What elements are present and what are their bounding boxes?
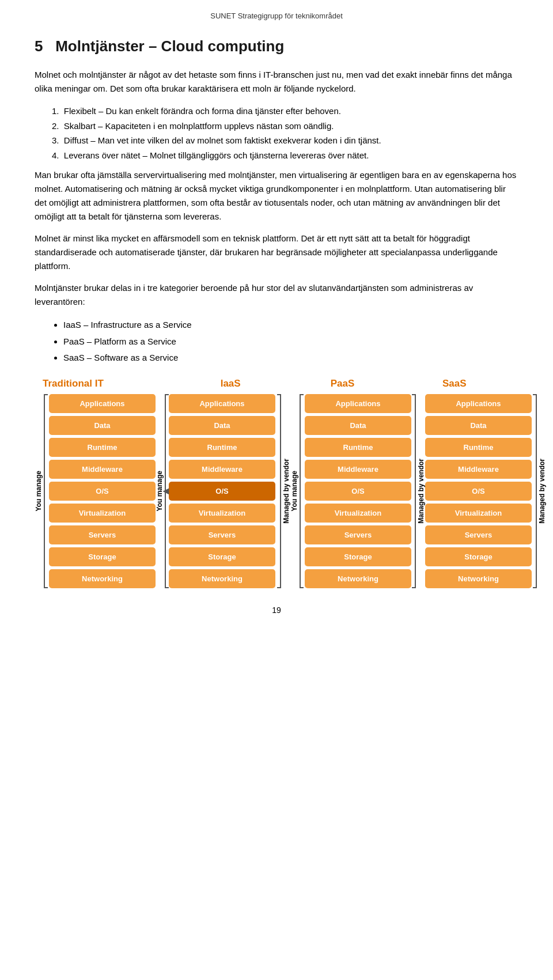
- saas-item-applications: Applications: [425, 394, 532, 413]
- bullet-list: IaaS – Infrastructure as a Service PaaS …: [63, 317, 518, 366]
- traditional-item-networking: Networking: [49, 569, 156, 588]
- saas-item-networking: Networking: [425, 569, 532, 588]
- iaas-section: You manage Applications Data Runtime Mid…: [156, 394, 276, 588]
- saas-section: Applications Data Runtime Middleware O/S…: [425, 394, 546, 588]
- traditional-item-applications: Applications: [49, 394, 156, 413]
- paas-item-data: Data: [305, 416, 411, 435]
- bullet-item: IaaS – Infrastructure as a Service: [63, 317, 518, 334]
- paas-stack: Applications Data Runtime Middleware O/S…: [305, 394, 411, 588]
- iaas-item-virtualization: Virtualization: [169, 504, 275, 523]
- page: SUNET Strategigrupp för teknikområdet 5 …: [0, 0, 553, 638]
- saas-item-storage: Storage: [425, 547, 532, 566]
- saas-item-runtime: Runtime: [425, 438, 532, 457]
- paragraph-3: Molnet är minst lika mycket en affärsmod…: [35, 232, 518, 273]
- list-item: 4. Leverans över nätet – Molnet tillgäng…: [52, 148, 518, 163]
- iaas-managed-by-vendor-label: Managed by vendor: [282, 459, 290, 524]
- cloud-diagram: Traditional IT IaaS PaaS SaaS You manage…: [35, 378, 518, 588]
- chapter-title: 5 Molntjänster – Cloud computing: [35, 37, 518, 55]
- traditional-item-middleware: Middleware: [49, 460, 156, 479]
- saas-item-middleware: Middleware: [425, 460, 532, 479]
- saas-item-servers: Servers: [425, 525, 532, 544]
- saas-stack: Applications Data Runtime Middleware O/S…: [425, 394, 532, 588]
- iaas-header: IaaS: [175, 378, 286, 389]
- iaas-item-servers: Servers: [169, 525, 275, 544]
- iaas-item-applications: Applications: [169, 394, 275, 413]
- saas-managed-by-vendor-label: Managed by vendor: [538, 459, 546, 524]
- traditional-item-os: O/S: [49, 482, 156, 501]
- paas-managed-by-vendor-label: Managed by vendor: [417, 459, 425, 524]
- traditional-you-manage-label: You manage: [35, 471, 43, 511]
- traditional-item-runtime: Runtime: [49, 438, 156, 457]
- paas-item-runtime: Runtime: [305, 438, 411, 457]
- paas-item-servers: Servers: [305, 525, 411, 544]
- iaas-item-os: O/S ◄: [169, 482, 275, 501]
- paragraph-1: Molnet och molntjänster är något av det …: [35, 68, 518, 96]
- traditional-header: Traditional IT: [43, 378, 166, 389]
- traditional-stack: Applications Data Runtime Middleware O/S…: [49, 394, 156, 588]
- paragraph-4: Molntjänster brukar delas in i tre kateg…: [35, 281, 518, 309]
- saas-header: SaaS: [399, 378, 510, 389]
- saas-item-os: O/S: [425, 482, 532, 501]
- iaas-item-networking: Networking: [169, 569, 275, 588]
- list-item: 3. Diffust – Man vet inte vilken del av …: [52, 133, 518, 148]
- saas-item-virtualization: Virtualization: [425, 504, 532, 523]
- list-item: 1. Flexibelt – Du kan enkelt förändra oc…: [52, 104, 518, 119]
- chapter-number: 5: [35, 37, 43, 55]
- iaas-item-middleware: Middleware: [169, 460, 275, 479]
- chapter-heading: Molntjänster – Cloud computing: [55, 37, 284, 55]
- traditional-item-servers: Servers: [49, 525, 156, 544]
- iaas-stack: Applications Data Runtime Middleware O/S…: [169, 394, 275, 588]
- iaas-item-storage: Storage: [169, 547, 275, 566]
- site-header: SUNET Strategigrupp för teknikområdet: [35, 12, 518, 20]
- iaas-item-data: Data: [169, 416, 275, 435]
- traditional-section: You manage Applications Data Runtime Mid…: [35, 394, 156, 588]
- paas-header: PaaS: [286, 378, 398, 389]
- paas-item-networking: Networking: [305, 569, 411, 588]
- bullet-item: SaaS – Software as a Service: [63, 350, 518, 366]
- site-header-text: SUNET Strategigrupp för teknikområdet: [210, 12, 343, 20]
- numbered-list: 1. Flexibelt – Du kan enkelt förändra oc…: [52, 104, 518, 162]
- paas-item-storage: Storage: [305, 547, 411, 566]
- page-number: 19: [35, 606, 518, 615]
- paragraph-2: Man brukar ofta jämställa servervirtuali…: [35, 168, 518, 224]
- paas-section: You manage Applications Data Runtime Mid…: [290, 394, 411, 588]
- paas-item-middleware: Middleware: [305, 460, 411, 479]
- paas-item-os: O/S: [305, 482, 411, 501]
- traditional-item-virtualization: Virtualization: [49, 504, 156, 523]
- bullet-item: PaaS – Platform as a Service: [63, 334, 518, 350]
- paas-item-applications: Applications: [305, 394, 411, 413]
- saas-item-data: Data: [425, 416, 532, 435]
- paas-item-virtualization: Virtualization: [305, 504, 411, 523]
- traditional-item-data: Data: [49, 416, 156, 435]
- list-item: 2. Skalbart – Kapaciteten i en molnplatt…: [52, 119, 518, 134]
- paas-you-manage-label: You manage: [290, 471, 298, 511]
- iaas-item-runtime: Runtime: [169, 438, 275, 457]
- traditional-item-storage: Storage: [49, 547, 156, 566]
